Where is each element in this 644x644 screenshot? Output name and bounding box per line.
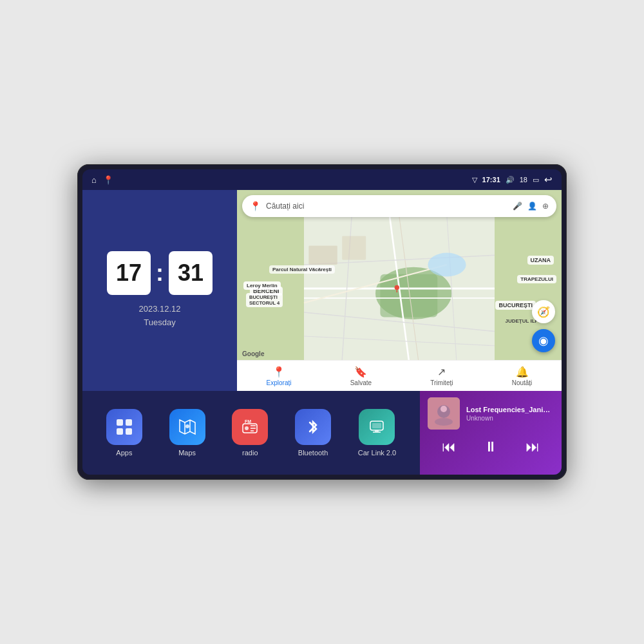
map-area: UZANA TRAPEZULUI BUCUREȘTI JUDEȚUL ILFOV… bbox=[237, 217, 562, 360]
carlink-icon bbox=[359, 409, 395, 445]
map-nav-saved[interactable]: 🔖 Salvate bbox=[350, 366, 372, 386]
maps-label: Maps bbox=[178, 449, 196, 457]
leroy-label: Leroy Merlin bbox=[243, 281, 281, 290]
share-icon: ↗ bbox=[437, 366, 446, 378]
apps-row: Apps Maps bbox=[82, 391, 420, 475]
app-item-radio[interactable]: FM radio bbox=[232, 409, 268, 457]
svg-point-16 bbox=[395, 285, 399, 290]
back-icon[interactable]: ↩ bbox=[544, 174, 553, 185]
music-player: Lost Frequencies_Janieck Devy-... Unknow… bbox=[420, 391, 562, 475]
trapezului-label: TRAPEZULUI bbox=[517, 275, 556, 283]
maps-icon bbox=[169, 409, 205, 445]
map-panel[interactable]: UZANA TRAPEZULUI BUCUREȘTI JUDEȚUL ILFOV… bbox=[237, 190, 562, 391]
compass-fab[interactable]: 🧭 bbox=[532, 300, 555, 323]
bluetooth-label: Bluetooth bbox=[298, 449, 328, 457]
svg-rect-33 bbox=[372, 423, 381, 428]
bucuresti-label: BUCUREȘTI bbox=[495, 301, 536, 310]
signal-icon: ▽ bbox=[472, 176, 477, 184]
saved-icon: 🔖 bbox=[354, 366, 367, 378]
clock-hours: 17 bbox=[107, 251, 151, 295]
music-info: Lost Frequencies_Janieck Devy-... Unknow… bbox=[428, 397, 554, 430]
mic-icon[interactable]: 🎤 bbox=[513, 202, 522, 211]
music-thumbnail bbox=[428, 397, 460, 430]
radio-icon: FM bbox=[232, 409, 268, 445]
news-icon: 🔔 bbox=[516, 366, 529, 378]
bottom-section: Apps Maps bbox=[82, 391, 562, 475]
map-search-bar[interactable]: 📍 Căutați aici 🎤 👤 ⊕ bbox=[242, 195, 556, 217]
maps-status-icon[interactable]: 📍 bbox=[103, 175, 113, 185]
carlink-label: Car Link 2.0 bbox=[358, 449, 396, 457]
explore-label: Explorați bbox=[267, 379, 292, 386]
map-pin-icon: 📍 bbox=[250, 201, 261, 211]
bluetooth-icon bbox=[295, 409, 331, 445]
sector4-label: BUCUREȘTISECTORUL 4 bbox=[246, 293, 283, 307]
clock-minutes: 31 bbox=[169, 251, 213, 295]
volume-icon: 🔊 bbox=[506, 176, 515, 184]
svg-rect-21 bbox=[126, 428, 132, 435]
music-text: Lost Frequencies_Janieck Devy-... Unknow… bbox=[466, 406, 554, 422]
svg-rect-20 bbox=[117, 428, 123, 435]
map-search-icons: 🎤 👤 ⊕ bbox=[513, 202, 549, 211]
device-frame: ⌂ 📍 ▽ 17:31 🔊 18 ▭ ↩ 17 : bbox=[77, 164, 567, 480]
app-item-maps[interactable]: Maps bbox=[169, 409, 205, 457]
svg-point-13 bbox=[428, 253, 466, 277]
svg-rect-19 bbox=[126, 419, 132, 426]
main-content: 17 : 31 2023.12.12 Tuesday bbox=[82, 190, 562, 475]
apps-label: Apps bbox=[116, 449, 132, 457]
share-label: Trimiteți bbox=[430, 379, 453, 386]
layers-icon[interactable]: ⊕ bbox=[542, 202, 549, 211]
top-section: 17 : 31 2023.12.12 Tuesday bbox=[82, 190, 562, 391]
music-controls: ⏮ ⏸ ⏭ bbox=[428, 436, 554, 458]
home-icon[interactable]: ⌂ bbox=[91, 175, 97, 185]
status-bar: ⌂ 📍 ▽ 17:31 🔊 18 ▭ ↩ bbox=[82, 169, 562, 190]
clock-display: 17 : 31 bbox=[107, 251, 213, 295]
svg-point-39 bbox=[440, 406, 447, 412]
parcul-label: Parcul Natural Văcărești bbox=[269, 265, 335, 274]
clock-date: 2023.12.12 Tuesday bbox=[138, 303, 180, 330]
clock-separator: : bbox=[156, 260, 164, 287]
svg-text:FM: FM bbox=[245, 419, 251, 424]
map-nav: 📍 Explorați 🔖 Salvate ↗ Trimiteți 🔔 bbox=[237, 360, 562, 391]
status-time: 17:31 bbox=[482, 176, 500, 184]
app-item-carlink[interactable]: Car Link 2.0 bbox=[358, 409, 396, 457]
radio-label: radio bbox=[242, 449, 258, 457]
svg-point-38 bbox=[435, 418, 453, 426]
music-artist: Unknown bbox=[466, 415, 554, 422]
map-nav-explore[interactable]: 📍 Explorați bbox=[267, 366, 292, 386]
account-icon[interactable]: 👤 bbox=[527, 202, 537, 211]
uzana-label: UZANA bbox=[527, 256, 554, 265]
music-title: Lost Frequencies_Janieck Devy-... bbox=[466, 406, 554, 413]
play-pause-button[interactable]: ⏸ bbox=[478, 436, 503, 458]
status-bar-left: ⌂ 📍 bbox=[91, 175, 113, 185]
map-nav-news[interactable]: 🔔 Noutăți bbox=[512, 366, 533, 386]
prev-button[interactable]: ⏮ bbox=[437, 436, 461, 458]
explore-icon: 📍 bbox=[272, 366, 285, 378]
svg-point-27 bbox=[245, 426, 249, 430]
svg-rect-18 bbox=[117, 419, 123, 426]
svg-rect-15 bbox=[342, 236, 366, 260]
apps-icon bbox=[106, 409, 142, 445]
next-button[interactable]: ⏭ bbox=[520, 436, 545, 458]
app-item-bluetooth[interactable]: Bluetooth bbox=[295, 409, 331, 457]
battery-level: 18 bbox=[520, 176, 527, 184]
location-fab[interactable]: ◉ bbox=[532, 329, 555, 352]
google-logo: Google bbox=[242, 350, 264, 357]
saved-label: Salvate bbox=[350, 379, 372, 386]
status-bar-right: ▽ 17:31 🔊 18 ▭ ↩ bbox=[472, 174, 553, 185]
device-screen: ⌂ 📍 ▽ 17:31 🔊 18 ▭ ↩ 17 : bbox=[82, 169, 562, 475]
map-nav-share[interactable]: ↗ Trimiteți bbox=[430, 366, 453, 386]
svg-point-25 bbox=[185, 424, 189, 428]
clock-panel: 17 : 31 2023.12.12 Tuesday bbox=[82, 190, 237, 391]
app-item-apps[interactable]: Apps bbox=[106, 409, 142, 457]
news-label: Noutăți bbox=[512, 379, 533, 386]
svg-rect-14 bbox=[308, 245, 337, 265]
battery-icon: ▭ bbox=[533, 176, 539, 184]
map-search-text[interactable]: Căutați aici bbox=[266, 202, 507, 211]
